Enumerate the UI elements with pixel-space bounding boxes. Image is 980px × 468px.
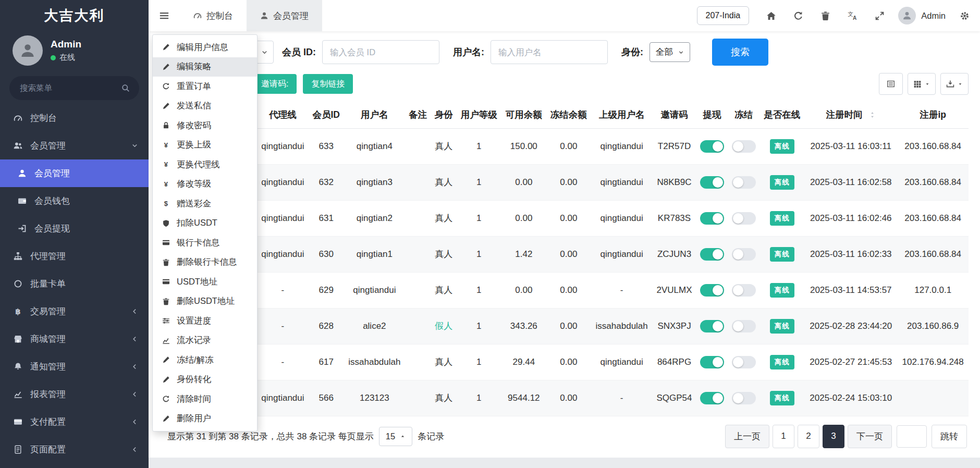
withdraw-toggle[interactable] <box>700 284 724 297</box>
menu-search-input[interactable] <box>9 76 139 100</box>
freeze-toggle[interactable] <box>732 320 756 332</box>
sidebar-toggle-button[interactable] <box>149 0 180 31</box>
context-menu-item[interactable]: 删除USDT地址 <box>153 292 257 312</box>
table-row[interactable]: -628alice2假人1343.260.00issahabdulahSNX3P… <box>257 308 969 344</box>
column-header[interactable]: 冻结余额 <box>546 101 591 128</box>
column-header[interactable]: 邀请码 <box>653 101 696 128</box>
columns-button[interactable] <box>908 73 936 95</box>
sidebar-item[interactable]: 会员管理 <box>0 132 149 159</box>
table-row[interactable]: qingtiandui630qingtian1真人11.420.00qingti… <box>257 236 969 272</box>
fullscreen-button[interactable] <box>866 0 893 31</box>
context-menu-item[interactable]: 删除银行卡信息 <box>153 253 257 273</box>
table-row[interactable]: qingtiandui632qingtian3真人10.000.00qingti… <box>257 164 969 200</box>
column-header[interactable]: 注册ip <box>897 101 969 128</box>
table-row[interactable]: qingtiandui633qingtian4真人1150.000.00qing… <box>257 128 969 164</box>
column-header[interactable]: 是否在线 <box>760 101 804 128</box>
column-header[interactable]: 会员ID <box>309 101 344 128</box>
topbar-tab[interactable]: 控制台 <box>180 0 247 31</box>
topbar-tab[interactable]: 会员管理 <box>247 0 322 31</box>
search-button[interactable]: 搜索 <box>712 39 768 66</box>
column-header[interactable]: 代理线 <box>257 101 309 128</box>
sidebar-item[interactable]: 控制台 <box>0 104 149 132</box>
sidebar-item[interactable]: 批量卡单 <box>0 270 149 298</box>
context-menu-item[interactable]: 冻结/解冻 <box>153 350 257 370</box>
column-header[interactable]: 身份 <box>431 101 457 128</box>
freeze-toggle[interactable] <box>732 176 756 189</box>
context-menu-item[interactable]: 重置订单 <box>153 77 257 96</box>
withdraw-toggle[interactable] <box>700 212 724 225</box>
table-row[interactable]: qingtiandui566123123真人19544.120.00-SQGP5… <box>257 380 969 416</box>
refresh-button[interactable] <box>785 0 812 31</box>
column-header[interactable]: 用户名 <box>344 101 406 128</box>
page-button[interactable]: 1 <box>773 425 794 448</box>
column-header[interactable]: 提现 <box>696 101 728 128</box>
withdraw-toggle[interactable] <box>700 140 724 153</box>
freeze-toggle[interactable] <box>732 392 756 404</box>
column-header[interactable]: 冻结 <box>728 101 760 128</box>
context-menu-item[interactable]: 赠送彩金 <box>153 194 257 214</box>
context-menu-item[interactable]: 扣除USDT <box>153 214 257 233</box>
export-button[interactable] <box>940 73 969 95</box>
page-size-select[interactable]: 15 <box>379 427 412 446</box>
context-menu-item[interactable]: 编辑策略 <box>153 57 257 77</box>
freeze-toggle[interactable] <box>732 212 756 225</box>
sidebar-item[interactable]: 会员提现 <box>0 215 149 242</box>
prev-page-button[interactable]: 上一页 <box>725 425 769 448</box>
context-menu-item[interactable]: 设置进度 <box>153 311 257 331</box>
context-menu-item[interactable]: 银行卡信息 <box>153 233 257 253</box>
context-menu-item[interactable]: 修改等级 <box>153 175 257 194</box>
table-row[interactable]: qingtiandui631qingtian2真人10.000.00qingti… <box>257 200 969 236</box>
identity-select[interactable]: 全部 <box>650 42 690 62</box>
jump-button[interactable]: 跳转 <box>932 425 967 448</box>
home-button[interactable] <box>757 0 785 31</box>
topbar-user[interactable]: Admin <box>893 7 951 24</box>
withdraw-toggle[interactable] <box>700 392 724 404</box>
clear-cache-button[interactable] <box>812 0 839 31</box>
copy-link-button[interactable]: 复制链接 <box>303 74 353 94</box>
context-menu-item[interactable]: 身份转化 <box>153 370 257 390</box>
context-menu-item[interactable]: 编辑用户信息 <box>153 38 257 57</box>
toggle-view-button[interactable] <box>879 73 903 95</box>
column-header[interactable]: 可用余额 <box>501 101 546 128</box>
freeze-toggle[interactable] <box>732 248 756 261</box>
context-menu-item[interactable]: 流水记录 <box>153 331 257 351</box>
freeze-toggle[interactable] <box>732 140 756 153</box>
invite-code-button[interactable]: 邀请码: <box>253 74 297 94</box>
freeze-toggle[interactable] <box>732 356 756 368</box>
withdraw-toggle[interactable] <box>700 176 724 189</box>
table-row[interactable]: -629qingtiandui真人10.000.00-2VULMX离线2025-… <box>257 272 969 308</box>
context-menu-item[interactable]: 发送私信 <box>153 96 257 116</box>
settings-button[interactable] <box>951 0 978 31</box>
language-button[interactable] <box>839 0 866 31</box>
table-row[interactable]: -617issahabdulah真人129.440.00qingtiandui8… <box>257 344 969 380</box>
withdraw-toggle[interactable] <box>700 248 724 261</box>
freeze-toggle[interactable] <box>732 284 756 297</box>
withdraw-toggle[interactable] <box>700 356 724 368</box>
page-button[interactable]: 2 <box>798 425 819 448</box>
column-header[interactable]: 用户等级 <box>457 101 501 128</box>
sidebar-item[interactable]: 交易管理 <box>0 298 149 325</box>
context-menu-item[interactable]: USDT地址 <box>153 272 257 292</box>
page-button[interactable]: 3 <box>823 425 844 448</box>
context-menu-item[interactable]: 修改密码 <box>153 116 257 136</box>
next-page-button[interactable]: 下一页 <box>848 425 892 448</box>
context-menu-item[interactable]: 更换上级 <box>153 136 257 155</box>
column-header[interactable]: 注册时间 <box>804 101 897 128</box>
column-header[interactable]: 备注 <box>405 101 431 128</box>
sidebar-item[interactable]: 商城管理 <box>0 325 149 353</box>
sidebar-item[interactable]: 支付配置 <box>0 408 149 436</box>
column-header[interactable]: 上级用户名 <box>591 101 653 128</box>
withdraw-toggle[interactable] <box>700 320 724 332</box>
sidebar-item[interactable]: 代理管理 <box>0 242 149 270</box>
region-button[interactable]: 207-India <box>697 6 750 25</box>
username-input[interactable] <box>491 40 608 64</box>
context-menu-item[interactable]: 更换代理线 <box>153 155 257 175</box>
sidebar-item[interactable]: 会员管理 <box>0 159 149 187</box>
sidebar-item[interactable]: 报表管理 <box>0 380 149 408</box>
sidebar-item[interactable]: 通知管理 <box>0 353 149 380</box>
search-icon[interactable] <box>121 84 130 92</box>
sidebar-item[interactable]: 会员钱包 <box>0 187 149 215</box>
page-jump-input[interactable] <box>897 425 927 448</box>
member-id-input[interactable] <box>322 40 439 64</box>
context-menu-item[interactable]: 删除用户 <box>153 409 257 429</box>
